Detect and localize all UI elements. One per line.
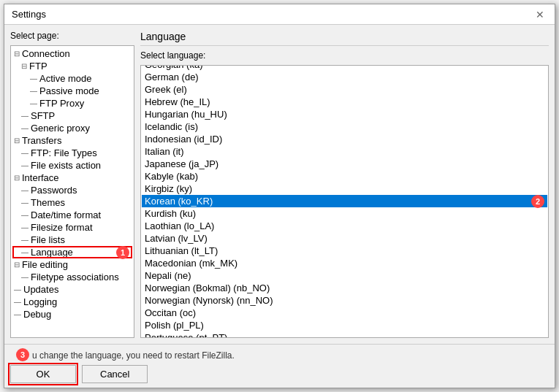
dash-icon-active-mode: — [30,74,37,82]
dash-icon-generic-proxy: — [21,124,28,132]
dash-icon-passive-mode: — [30,87,37,95]
cancel-button[interactable]: Cancel [82,365,148,383]
tree-item-connection[interactable]: ⊟ Connection [12,47,132,60]
tree-item-language[interactable]: — Language 1 [12,246,132,258]
tree-item-active-mode[interactable]: — Active mode [12,72,132,85]
tree-label-file-exists: File exists action [31,160,101,171]
bottom-buttons: OK Cancel [10,365,549,383]
right-panel: Language Select language: Georgian (ka)G… [140,31,549,338]
right-panel-title: Language [140,31,549,46]
tree-item-debug[interactable]: — Debug [12,308,132,320]
language-item-1[interactable]: German (de) [142,71,547,83]
dash-icon-ftp-file-types: — [21,149,28,157]
tree-label-datetime: Date/time format [31,210,101,220]
language-item-4[interactable]: Hungarian (hu_HU) [142,108,547,120]
tree-item-updates[interactable]: — Updates [12,283,132,296]
dash-icon-logging: — [14,298,21,306]
dialog-body: Select page: ⊟ Connection ⊟ FTP — Active… [4,25,555,344]
language-item-7[interactable]: Italian (it) [142,145,547,158]
language-item-12[interactable]: Kurdish (ku) [142,207,547,220]
tree-label-ftp: FTP [29,61,47,72]
dash-icon-file-exists: — [21,161,28,169]
tree-item-file-exists[interactable]: — File exists action [12,159,132,172]
tree-label-ftp-file-types: FTP: File Types [31,147,97,158]
dash-icon-sftp: — [21,112,28,120]
tree-label-passwords: Passwords [31,185,77,196]
tree-label-file-lists: File lists [31,234,65,245]
language-item-0[interactable]: Georgian (ka) [142,65,547,71]
expand-icon-interface: ⊟ [14,174,20,182]
tree-item-filesize[interactable]: — Filesize format [12,221,132,234]
tree-item-file-lists[interactable]: — File lists [12,234,132,246]
title-bar: Settings ✕ [4,4,555,25]
tree-item-filetype-assoc[interactable]: — Filetype associations [12,271,132,283]
language-item-16[interactable]: Macedonian (mk_MK) [142,257,547,269]
language-item-20[interactable]: Occitan (oc) [142,307,547,319]
select-language-label: Select language: [140,50,549,61]
tree-item-file-editing[interactable]: ⊟ File editing [12,258,132,271]
tree-item-themes[interactable]: — Themes [12,196,132,209]
expand-icon-connection: ⊟ [14,50,20,58]
language-item-15[interactable]: Lithuanian (lt_LT) [142,245,547,257]
tree-label-filesize: Filesize format [31,222,93,233]
tree-item-ftp-proxy[interactable]: — FTP Proxy [12,97,132,109]
tree-item-passive-mode[interactable]: — Passive mode [12,85,132,97]
language-item-13[interactable]: Laothian (lo_LA) [142,220,547,232]
language-listbox[interactable]: Georgian (ka)German (de)Greek (el)Hebrew… [140,65,549,338]
tree-item-logging[interactable]: — Logging [12,296,132,308]
language-item-19[interactable]: Norwegian (Nynorsk) (nn_NO) [142,294,547,307]
tree-item-generic-proxy[interactable]: — Generic proxy [12,122,132,134]
dash-icon-ftp-proxy: — [30,99,37,107]
dash-icon-themes: — [21,199,28,207]
tree-item-transfers[interactable]: ⊟ Transfers [12,134,132,147]
tree-item-datetime[interactable]: — Date/time format [12,209,132,221]
tree-label-ftp-proxy: FTP Proxy [39,98,84,109]
tree-label-logging: Logging [23,296,57,307]
language-item-21[interactable]: Polish (pl_PL) [142,319,547,331]
language-item-18[interactable]: Norwegian (Bokmal) (nb_NO) [142,282,547,294]
badge-2: 2 [531,195,544,208]
tree-label-file-editing: File editing [22,259,68,270]
bottom-bar: 3 u change the language, you need to res… [4,344,555,388]
dialog-title: Settings [12,9,46,20]
tree-item-ftp-file-types[interactable]: — FTP: File Types [12,147,132,159]
tree-label-filetype-assoc: Filetype associations [31,272,119,283]
tree-label-connection: Connection [22,48,70,59]
tree-item-passwords[interactable]: — Passwords [12,184,132,196]
dash-icon-passwords: — [21,186,28,194]
language-item-9[interactable]: Kabyle (kab) [142,170,547,182]
tree-label-sftp: SFTP [31,110,55,121]
badge-3: 3 [16,348,29,361]
tree-label-active-mode: Active mode [39,73,92,84]
settings-dialog: Settings ✕ Select page: ⊟ Connection ⊟ F… [4,4,555,388]
language-item-10[interactable]: Kirgbiz (ky) [142,182,547,195]
tree-label-transfers: Transfers [22,135,61,146]
ok-button[interactable]: OK [10,365,76,383]
dash-icon-language: — [21,248,28,256]
language-item-5[interactable]: Icelandic (is) [142,120,547,133]
page-tree[interactable]: ⊟ Connection ⊟ FTP — Active mode — Passi… [10,45,134,338]
select-page-label: Select page: [10,31,134,41]
language-item-2[interactable]: Greek (el) [142,83,547,96]
language-item-8[interactable]: Japanese (ja_JP) [142,158,547,170]
tree-label-generic-proxy: Generic proxy [31,123,90,134]
expand-icon-ftp: ⊟ [21,62,27,70]
language-item-3[interactable]: Hebrew (he_IL) [142,96,547,108]
dash-icon-filesize: — [21,223,28,231]
tree-label-themes: Themes [31,197,65,208]
close-button[interactable]: ✕ [533,9,547,20]
status-text: u change the language, you need to resta… [32,350,235,361]
language-item-14[interactable]: Latvian (lv_LV) [142,232,547,245]
badge-1: 1 [116,246,129,259]
dash-icon-updates: — [14,285,21,293]
language-item-11[interactable]: Korean (ko_KR)2 [142,195,547,207]
language-item-6[interactable]: Indonesian (id_ID) [142,133,547,145]
language-item-17[interactable]: Nepali (ne) [142,269,547,282]
tree-item-sftp[interactable]: — SFTP [12,109,132,122]
tree-item-ftp[interactable]: ⊟ FTP [12,60,132,72]
expand-icon-file-editing: ⊟ [14,261,20,269]
tree-item-interface[interactable]: ⊟ Interface [12,172,132,184]
dash-icon-filetype-assoc: — [21,273,28,281]
language-item-22[interactable]: Portuguese (pt_PT) [142,331,547,338]
tree-label-debug: Debug [23,309,51,320]
